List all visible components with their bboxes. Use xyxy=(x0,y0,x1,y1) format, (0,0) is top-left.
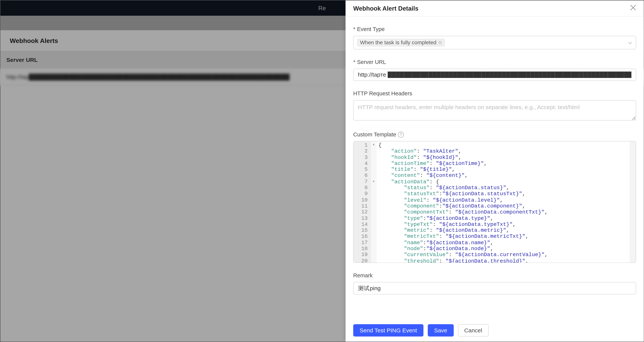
code-gutter: 1234567891011121314151617181920 xyxy=(354,142,370,262)
editor-scrollbar[interactable] xyxy=(630,142,636,262)
field-event-type: * Event Type When the task is fully comp… xyxy=(353,26,636,49)
webhook-details-drawer: Webhook Alert Details * Event Type When … xyxy=(346,0,644,342)
code-area[interactable]: { "action": "TaskAlter", "hookId": "${ho… xyxy=(377,142,630,262)
event-type-chip: When the task is fully completed xyxy=(357,39,445,46)
custom-template-label: Custom Template xyxy=(353,131,396,138)
field-http-headers: HTTP Request Headers xyxy=(353,90,636,122)
required-star: * xyxy=(353,26,355,32)
code-fold-gutter: ▾ ▾ xyxy=(370,142,377,262)
drawer-header: Webhook Alert Details xyxy=(346,0,644,17)
event-type-chip-label: When the task is fully completed xyxy=(360,40,436,46)
event-type-label: Event Type xyxy=(357,26,384,32)
field-custom-template: Custom Template ? 1234567891011121314151… xyxy=(353,131,636,263)
chevron-down-icon xyxy=(628,40,632,45)
chip-remove-icon[interactable] xyxy=(438,40,442,45)
drawer-body: * Event Type When the task is fully comp… xyxy=(346,17,644,320)
close-icon[interactable] xyxy=(630,5,636,12)
http-headers-label: HTTP Request Headers xyxy=(353,90,412,97)
server-url-input[interactable] xyxy=(353,69,636,81)
custom-template-editor[interactable]: 1234567891011121314151617181920 ▾ ▾ { "a… xyxy=(353,141,636,263)
save-button[interactable]: Save xyxy=(428,324,454,336)
http-headers-input[interactable] xyxy=(353,100,636,120)
remark-input[interactable] xyxy=(353,282,636,294)
remark-label: Remark xyxy=(353,272,373,279)
help-icon[interactable]: ? xyxy=(398,132,404,138)
event-type-select[interactable]: When the task is fully completed xyxy=(353,36,636,49)
drawer-footer: Send Test PING Event Save Cancel xyxy=(346,320,644,342)
send-test-ping-button[interactable]: Send Test PING Event xyxy=(353,324,424,336)
drawer-title: Webhook Alert Details xyxy=(353,5,418,12)
server-url-label: Server URL xyxy=(357,59,386,65)
required-star: * xyxy=(353,59,355,65)
field-remark: Remark xyxy=(353,272,636,294)
cancel-button[interactable]: Cancel xyxy=(458,324,488,336)
field-server-url: * Server URL xyxy=(353,59,636,81)
